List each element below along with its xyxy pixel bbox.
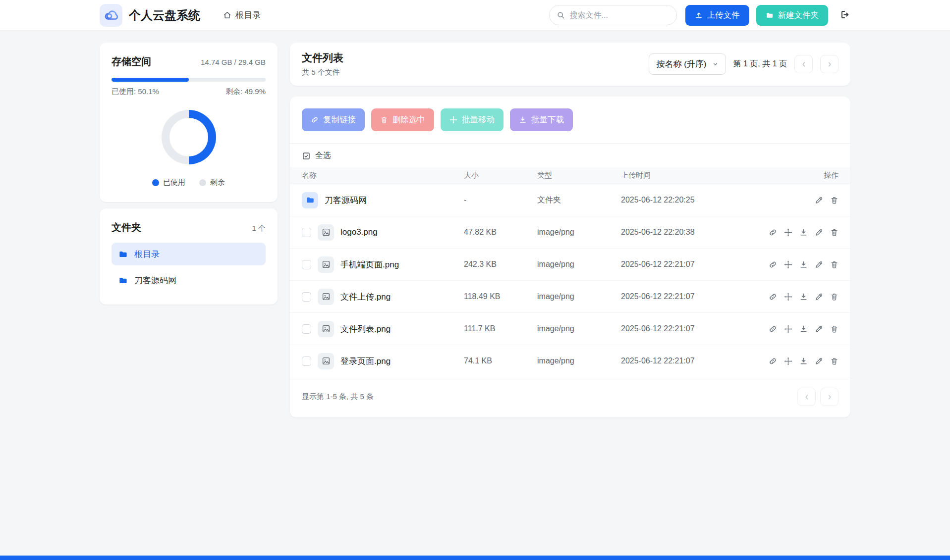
edit-icon[interactable] xyxy=(815,228,823,237)
download-icon[interactable] xyxy=(799,228,808,237)
delete-icon[interactable] xyxy=(830,260,838,269)
main-panel: 文件列表 共 5 个文件 按名称 (升序) 第 1 页, 共 1 页 xyxy=(290,43,850,417)
file-name[interactable]: 手机端页面.png xyxy=(340,259,399,270)
image-file-icon xyxy=(318,256,334,273)
delete-selected-label: 删除选中 xyxy=(392,114,425,125)
new-folder-button[interactable]: 新建文件夹 xyxy=(756,5,829,26)
image-file-icon xyxy=(318,224,334,241)
file-time: 2025-06-12 22:21:07 xyxy=(621,260,769,269)
table-row[interactable]: logo3.png 47.82 KB image/png 2025-06-12 … xyxy=(290,216,850,249)
storage-donut xyxy=(162,110,216,164)
select-all[interactable]: 全选 xyxy=(290,144,850,167)
chevron-left-icon xyxy=(803,394,810,401)
storage-legend: 已使用 剩余 xyxy=(112,178,266,187)
delete-icon[interactable] xyxy=(830,357,838,365)
link-icon[interactable] xyxy=(769,325,777,333)
delete-selected-button[interactable]: 删除选中 xyxy=(371,108,434,131)
footer-next-page-button[interactable] xyxy=(820,388,838,406)
table-row-folder[interactable]: 刀客源码网 - 文件夹 2025-06-12 22:20:25 xyxy=(290,184,850,216)
next-page-button[interactable] xyxy=(820,55,838,73)
download-icon[interactable] xyxy=(799,325,808,333)
table-row[interactable]: 文件列表.png 111.7 KB image/png 2025-06-12 2… xyxy=(290,313,850,345)
folders-count: 1 个 xyxy=(252,224,266,233)
row-checkbox[interactable] xyxy=(302,228,311,237)
move-icon[interactable] xyxy=(784,228,792,237)
move-icon[interactable] xyxy=(784,357,792,365)
footer-count-text: 显示第 1-5 条, 共 5 条 xyxy=(302,392,374,402)
table-row[interactable]: 文件上传.png 118.49 KB image/png 2025-06-12 … xyxy=(290,281,850,313)
download-icon[interactable] xyxy=(799,293,808,301)
delete-icon[interactable] xyxy=(830,196,838,204)
link-icon[interactable] xyxy=(769,228,777,237)
delete-icon[interactable] xyxy=(830,293,838,301)
sidebar-folder-root[interactable]: 根目录 xyxy=(112,243,266,265)
file-name[interactable]: 文件上传.png xyxy=(340,291,391,303)
storage-usage-text: 14.74 GB / 29.4 GB xyxy=(201,58,266,66)
list-footer: 显示第 1-5 条, 共 5 条 xyxy=(290,377,850,416)
chevron-left-icon xyxy=(800,61,807,68)
image-file-icon xyxy=(318,321,334,337)
sidebar-folder-item[interactable]: 刀客源码网 xyxy=(112,269,266,292)
image-file-icon xyxy=(318,353,334,369)
link-icon[interactable] xyxy=(769,357,777,365)
row-checkbox[interactable] xyxy=(302,260,311,269)
footer-prev-page-button[interactable] xyxy=(797,388,816,406)
move-icon[interactable] xyxy=(784,293,792,301)
row-checkbox[interactable] xyxy=(302,292,311,302)
folder-icon xyxy=(118,276,128,285)
file-type: image/png xyxy=(537,292,621,301)
image-file-icon xyxy=(318,289,334,305)
sort-dropdown[interactable]: 按名称 (升序) xyxy=(649,53,726,75)
trash-icon xyxy=(380,116,388,124)
file-type: image/png xyxy=(537,324,621,333)
check-square-icon xyxy=(302,152,311,160)
file-type: image/png xyxy=(537,260,621,269)
link-icon[interactable] xyxy=(769,260,777,269)
search-box xyxy=(549,5,677,25)
batch-actions: 复制链接 删除选中 批量移动 批量下载 xyxy=(290,97,850,144)
file-name[interactable]: 登录页面.png xyxy=(340,356,391,367)
row-checkbox[interactable] xyxy=(302,324,311,334)
sign-out-icon xyxy=(840,9,850,20)
col-size: 大小 xyxy=(464,171,537,180)
search-input[interactable] xyxy=(570,11,672,20)
table-row[interactable]: 手机端页面.png 242.3 KB image/png 2025-06-12 … xyxy=(290,249,850,281)
delete-icon[interactable] xyxy=(830,325,838,333)
breadcrumb[interactable]: 根目录 xyxy=(223,9,261,21)
copy-link-button[interactable]: 复制链接 xyxy=(302,108,365,131)
file-size: 111.7 KB xyxy=(464,324,537,333)
upload-file-label: 上传文件 xyxy=(707,10,740,21)
file-size: 118.49 KB xyxy=(464,292,537,301)
edit-icon[interactable] xyxy=(815,293,823,301)
chevron-right-icon xyxy=(826,394,833,401)
download-icon[interactable] xyxy=(799,260,808,269)
file-type: image/png xyxy=(537,228,621,237)
breadcrumb-label: 根目录 xyxy=(235,9,261,21)
file-name[interactable]: logo3.png xyxy=(340,227,378,237)
edit-icon[interactable] xyxy=(815,260,823,269)
logout-button[interactable] xyxy=(840,9,850,21)
row-checkbox[interactable] xyxy=(302,356,311,366)
app-logo xyxy=(100,4,122,27)
file-time: 2025-06-12 22:21:07 xyxy=(621,292,769,301)
file-name[interactable]: 文件列表.png xyxy=(340,323,391,335)
move-icon[interactable] xyxy=(784,260,792,269)
move-icon[interactable] xyxy=(784,325,792,333)
edit-icon[interactable] xyxy=(815,325,823,333)
home-icon xyxy=(223,11,231,19)
edit-icon[interactable] xyxy=(815,357,823,365)
batch-download-button[interactable]: 批量下载 xyxy=(510,108,573,131)
upload-file-button[interactable]: 上传文件 xyxy=(685,5,749,26)
file-time: 2025-06-12 22:21:07 xyxy=(621,324,769,333)
file-size: - xyxy=(464,196,537,204)
page-info: 第 1 页, 共 1 页 xyxy=(733,59,787,69)
download-icon[interactable] xyxy=(799,357,808,365)
edit-icon[interactable] xyxy=(815,196,823,204)
prev-page-button[interactable] xyxy=(794,55,813,73)
batch-move-button[interactable]: 批量移动 xyxy=(441,108,503,131)
delete-icon[interactable] xyxy=(830,228,838,237)
file-name[interactable]: 刀客源码网 xyxy=(325,195,367,206)
table-row[interactable]: 登录页面.png 74.1 KB image/png 2025-06-12 22… xyxy=(290,345,850,377)
legend-used-label: 已使用 xyxy=(163,178,185,187)
link-icon[interactable] xyxy=(769,293,777,301)
